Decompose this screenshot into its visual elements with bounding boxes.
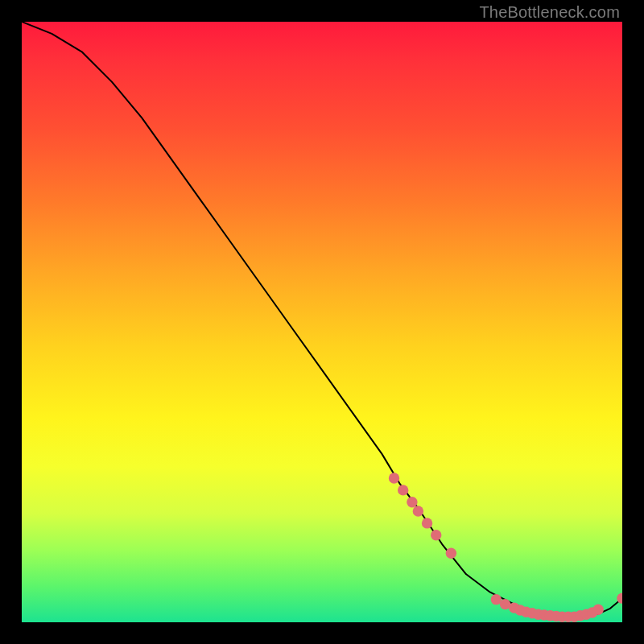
data-point	[398, 485, 408, 495]
data-point	[389, 473, 399, 483]
watermark-text: TheBottleneck.com	[479, 3, 620, 22]
data-point	[422, 518, 432, 528]
chart-container: { "watermark": "TheBottleneck.com", "cha…	[0, 0, 644, 644]
data-point	[431, 530, 441, 540]
data-point	[592, 605, 603, 615]
data-point	[446, 548, 456, 559]
data-point	[407, 497, 417, 507]
curve-line	[22, 22, 622, 617]
data-point	[413, 506, 423, 516]
chart-svg	[22, 22, 622, 622]
plot-area	[22, 22, 622, 622]
